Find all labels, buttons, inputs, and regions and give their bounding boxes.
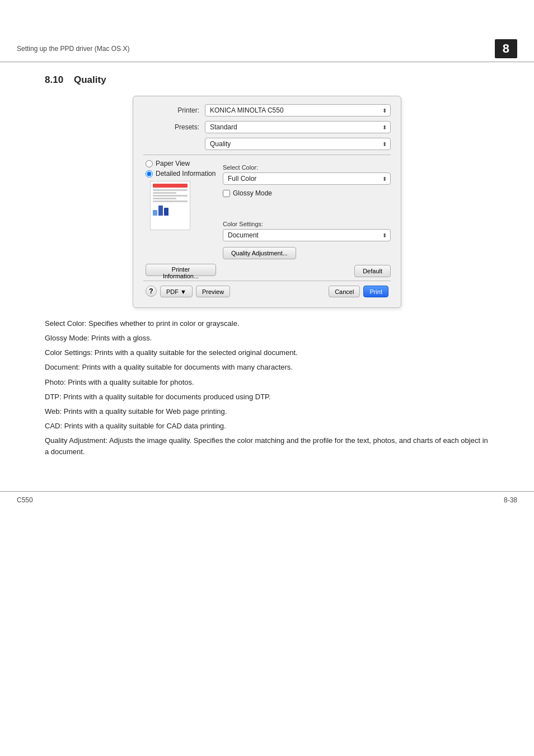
dialog-wrapper: Printer: KONICA MINOLTA C550 ⬍ Presets: … <box>17 96 517 308</box>
help-button[interactable]: ? <box>146 286 157 297</box>
presets-label: Presets: <box>143 123 205 131</box>
presets-select[interactable]: Standard ⬍ <box>205 121 391 133</box>
printer-info-button[interactable]: Printer Information... <box>146 264 216 276</box>
thumb-line-3 <box>153 195 188 197</box>
color-settings-value: Document <box>228 231 259 239</box>
color-settings-arrow-icon: ⬍ <box>382 232 387 239</box>
header-title: Setting up the PPD driver (Mac OS X) <box>17 45 129 53</box>
glossy-mode-label: Glossy Mode <box>233 189 272 197</box>
printer-control: KONICA MINOLTA C550 ⬍ <box>205 104 391 116</box>
body-paragraph-4: Photo: Prints with a quality suitable fo… <box>45 377 489 388</box>
detailed-info-radio[interactable] <box>146 170 153 178</box>
color-settings-label: Color Settings: <box>223 221 391 227</box>
print-dialog: Printer: KONICA MINOLTA C550 ⬍ Presets: … <box>133 96 401 308</box>
thumb-bar-area <box>151 204 190 217</box>
preview-thumbnail <box>150 181 190 230</box>
section-heading: 8.10 Quality <box>45 74 517 86</box>
select-color-select[interactable]: Full Color ⬍ <box>223 172 391 185</box>
paper-view-label: Paper View <box>156 160 190 167</box>
body-paragraph-2: Color Settings: Prints with a quality su… <box>45 347 489 358</box>
select-color-arrow-icon: ⬍ <box>382 176 387 182</box>
panel-selector-row: Quality ⬍ <box>143 138 391 150</box>
select-color-label: Select Color: <box>223 164 391 171</box>
glossy-mode-row: Glossy Mode <box>223 189 391 197</box>
thumb-bar-1 <box>153 210 157 216</box>
presets-value: Standard <box>210 123 237 131</box>
printer-value: KONICA MINOLTA C550 <box>210 106 284 114</box>
body-paragraph-7: CAD: Prints with a quality suitable for … <box>45 421 489 432</box>
thumb-line-5 <box>153 200 188 202</box>
thumb-line-1 <box>153 189 188 191</box>
preview-button[interactable]: Preview <box>196 286 230 297</box>
page-footer: C550 8-38 <box>0 491 534 508</box>
footer-left: ? PDF ▼ Preview <box>146 286 329 297</box>
left-panel: Paper View Detailed Information <box>143 160 216 276</box>
thumb-header <box>153 184 188 188</box>
body-paragraph-6: Web: Prints with a quality suitable for … <box>45 406 489 417</box>
print-button[interactable]: Print <box>363 286 388 297</box>
main-content-row: Paper View Detailed Information <box>143 160 391 277</box>
select-color-value: Full Color <box>228 175 256 183</box>
printer-label: Printer: <box>143 106 205 114</box>
body-paragraph-3: Document: Prints with a quality suitable… <box>45 362 489 373</box>
body-paragraph-5: DTP: Prints with a quality suitable for … <box>45 391 489 403</box>
separator-1 <box>143 155 391 155</box>
cancel-button[interactable]: Cancel <box>329 286 360 297</box>
thumb-line-2 <box>153 192 176 194</box>
body-paragraph-0: Select Color: Specifies whether to print… <box>45 318 489 329</box>
presets-arrow-icon: ⬍ <box>382 124 387 130</box>
printer-select[interactable]: KONICA MINOLTA C550 ⬍ <box>205 104 391 116</box>
body-paragraph-1: Glossy Mode: Prints with a gloss. <box>45 333 489 344</box>
chapter-badge: 8 <box>495 39 517 58</box>
detailed-info-radio-row: Detailed Information <box>146 170 216 178</box>
footer-page: 8-38 <box>504 496 517 504</box>
quality-adjustment-button[interactable]: Quality Adjustment... <box>223 247 296 259</box>
glossy-mode-checkbox[interactable] <box>223 190 230 197</box>
section-number: 8.10 <box>45 74 63 85</box>
footer-model: C550 <box>17 496 33 504</box>
page-header: Setting up the PPD driver (Mac OS X) 8 <box>0 34 534 62</box>
thumb-bar-2 <box>158 206 163 216</box>
panel-value: Quality <box>210 140 231 148</box>
paper-view-radio[interactable] <box>146 160 153 167</box>
color-settings-select[interactable]: Document ⬍ <box>223 229 391 241</box>
presets-row: Presets: Standard ⬍ <box>143 121 391 133</box>
paper-view-radio-row: Paper View <box>146 160 216 167</box>
section-title: Quality <box>74 74 106 85</box>
dialog-footer: ? PDF ▼ Preview Cancel Print <box>143 281 391 300</box>
default-button[interactable]: Default <box>354 265 391 277</box>
panel-control: Quality ⬍ <box>205 138 391 150</box>
body-paragraph-8: Quality Adjustment: Adjusts the image qu… <box>45 435 489 458</box>
detailed-info-label: Detailed Information <box>156 170 216 178</box>
thumb-bar-3 <box>164 208 168 216</box>
pdf-button[interactable]: PDF ▼ <box>160 286 193 297</box>
body-text-area: Select Color: Specifies whether to print… <box>45 318 489 458</box>
footer-right: Cancel Print <box>329 286 388 297</box>
right-panel: Select Color: Full Color ⬍ Glossy Mode C… <box>216 160 391 277</box>
printer-row: Printer: KONICA MINOLTA C550 ⬍ <box>143 104 391 116</box>
presets-control: Standard ⬍ <box>205 121 391 133</box>
panel-arrow-icon: ⬍ <box>382 141 387 147</box>
panel-select[interactable]: Quality ⬍ <box>205 138 391 150</box>
thumb-line-4 <box>153 198 176 199</box>
printer-arrow-icon: ⬍ <box>382 108 387 114</box>
